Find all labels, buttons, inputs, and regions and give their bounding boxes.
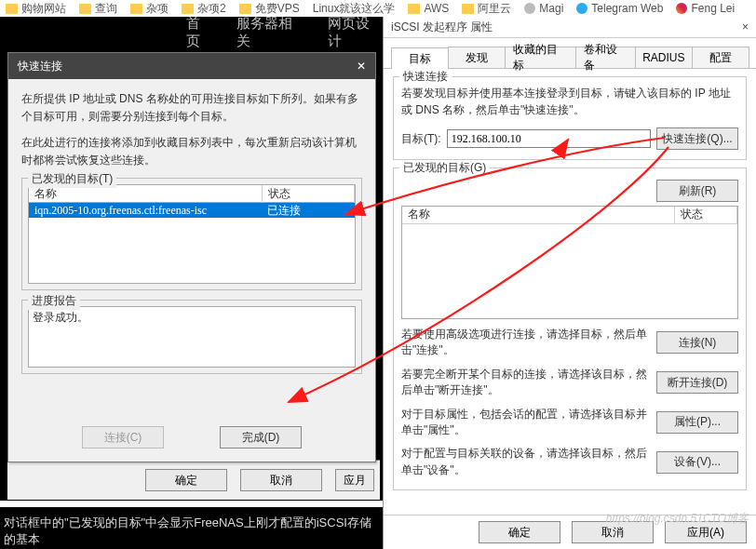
help-text: 对于配置与目标关联的设备，请选择该目标，然后单击"设备"。: [401, 446, 647, 478]
cell-name: iqn.2005-10.org.freenas.ctl:freenas-isc: [29, 203, 262, 219]
col-status[interactable]: 状态: [675, 207, 737, 223]
help-text: 在所提供 IP 地址或 DNS 名称处的可用连接目标如下所列。如果有多个目标可用…: [21, 90, 362, 125]
bookmark-item[interactable]: Linux就该这么学: [313, 1, 396, 17]
table-row[interactable]: iqn.2005-10.org.freenas.ctl:freenas-isc …: [29, 203, 355, 218]
devices-button[interactable]: 设备(V)...: [656, 451, 738, 474]
help-text: 对于目标属性，包括会话的配置，请选择该目标并单击"属性"。: [401, 407, 647, 439]
window-title: iSCSI 发起程序 属性: [391, 20, 493, 35]
iscsi-properties-window: iSCSI 发起程序 属性 × 目标 发现 收藏的目标 卷和设备 RADIUS …: [383, 17, 756, 549]
nav-item[interactable]: 网页设计: [328, 15, 384, 50]
targets-table[interactable]: 名称 状态: [401, 206, 738, 319]
ok-button[interactable]: 确定: [479, 521, 560, 543]
group-legend: 已发现的目标(T): [28, 170, 116, 188]
help-text: 若要完全断开某个目标的连接，请选择该目标，然后单击"断开连接"。: [401, 367, 647, 399]
folder-icon: [182, 4, 194, 14]
help-text: 在此处进行的连接将添加到收藏目标列表中，每次重新启动该计算机时都将尝试恢复这些连…: [21, 134, 362, 168]
table-header: 名称 状态: [402, 207, 737, 224]
discovered-targets-group: 已发现的目标(T) 名称 状态 iqn.2005-10.org.freenas.…: [21, 178, 362, 290]
watermark: https://blog.csdn.51CTO博客: [606, 511, 749, 527]
target-input[interactable]: [447, 129, 651, 148]
folder-icon: [6, 4, 18, 14]
tab-config[interactable]: 配置: [692, 47, 749, 68]
progress-text: 登录成功。: [28, 306, 356, 368]
bookmark-item[interactable]: 购物网站: [6, 1, 66, 17]
bookmark-item[interactable]: AWS: [408, 2, 449, 15]
cancel-button[interactable]: 取消: [240, 469, 322, 491]
connect-button: 连接(C): [82, 426, 164, 449]
dialog-titlebar: 快速连接 ✕: [8, 53, 375, 79]
apply-button[interactable]: 应月: [335, 469, 374, 491]
bookmark-label: 购物网站: [21, 1, 66, 17]
bookmark-item[interactable]: Telegram Web: [576, 2, 663, 15]
bookmark-item[interactable]: 杂项2: [182, 1, 226, 17]
bookmark-label: Linux就该这么学: [313, 1, 396, 17]
site-nav: 首页 服务器相关 网页设计: [0, 17, 384, 48]
bookmark-label: Telegram Web: [591, 2, 663, 15]
close-icon[interactable]: ×: [742, 20, 749, 33]
bookmark-item[interactable]: Feng Lei: [676, 2, 735, 15]
bookmark-label: 查询: [95, 1, 117, 17]
bookmark-label: Feng Lei: [691, 2, 735, 15]
tab-discovery[interactable]: 发现: [448, 47, 506, 68]
col-name[interactable]: 名称: [402, 207, 675, 223]
site-icon: [524, 3, 535, 14]
folder-icon: [130, 4, 142, 14]
bookmark-label: Magi: [539, 2, 563, 15]
bookmark-item[interactable]: 杂项: [130, 1, 169, 17]
bookmark-item[interactable]: 免费VPS: [239, 1, 300, 17]
col-status[interactable]: 状态: [263, 185, 355, 203]
disconnect-button[interactable]: 断开连接(D): [656, 371, 738, 394]
tab-favorites[interactable]: 收藏的目标: [505, 47, 576, 68]
bookmark-item[interactable]: Magi: [524, 2, 563, 15]
tab-targets[interactable]: 目标: [391, 47, 449, 69]
bookmark-item[interactable]: 查询: [79, 1, 117, 17]
tab-radius[interactable]: RADIUS: [635, 47, 693, 68]
site-icon: [676, 3, 687, 14]
refresh-button[interactable]: 刷新(R): [656, 180, 738, 202]
help-text: 若要发现目标并使用基本连接登录到目标，请键入该目标的 IP 地址或 DNS 名称…: [401, 85, 738, 118]
bookmark-item[interactable]: 阿里云: [462, 1, 511, 17]
properties-button[interactable]: 属性(P)...: [656, 411, 738, 434]
nav-item[interactable]: 首页: [186, 15, 214, 50]
quick-connect-group: 快速连接 若要发现目标并使用基本连接登录到目标，请键入该目标的 IP 地址或 D…: [393, 76, 747, 160]
discovered-targets-group: 已发现的目标(G) 刷新(R) 名称 状态 若要使用高级选项进行连接，请选择目标…: [393, 167, 747, 490]
tab-volumes[interactable]: 卷和设备: [575, 47, 636, 68]
dialog-title: 快速连接: [18, 59, 62, 74]
folder-icon: [462, 4, 474, 14]
tab-strip: 目标 发现 收藏的目标 卷和设备 RADIUS 配置: [384, 38, 756, 69]
group-legend: 已发现的目标(G): [399, 160, 490, 176]
nav-item[interactable]: 服务器相关: [236, 15, 306, 50]
outer-dialog-buttons: 确定 取消 应月: [7, 460, 380, 500]
bookmark-label: 阿里云: [478, 1, 511, 17]
bookmark-label: 杂项2: [197, 1, 226, 17]
connect-button[interactable]: 连接(N): [656, 331, 738, 354]
group-legend: 快速连接: [399, 69, 452, 85]
site-icon: [576, 3, 587, 14]
bookmark-label: 免费VPS: [255, 1, 300, 17]
quick-connect-button[interactable]: 快速连接(Q)...: [656, 127, 738, 150]
bookmark-label: AWS: [424, 2, 449, 15]
folder-icon: [239, 4, 251, 14]
target-label: 目标(T):: [401, 131, 441, 147]
bookmark-label: 杂项: [146, 1, 169, 17]
help-text: 若要使用高级选项进行连接，请选择目标，然后单击"连接"。: [401, 327, 647, 359]
article-caption: 对话框中的"已发现的目标"中会显示FreeNAS上刚才配置的iSCSI存储的基本: [0, 507, 384, 549]
quick-connect-dialog: 快速连接 ✕ 在所提供 IP 地址或 DNS 名称处的可用连接目标如下所列。如果…: [7, 52, 376, 462]
ok-button[interactable]: 确定: [145, 469, 227, 491]
cell-status: 已连接: [262, 203, 306, 219]
window-titlebar: iSCSI 发起程序 属性 ×: [384, 17, 756, 38]
folder-icon: [79, 4, 91, 14]
table-body[interactable]: iqn.2005-10.org.freenas.ctl:freenas-isc …: [28, 203, 356, 284]
close-icon[interactable]: ✕: [357, 60, 366, 73]
folder-icon: [408, 4, 420, 14]
done-button[interactable]: 完成(D): [220, 426, 302, 449]
group-legend: 进度报告: [28, 292, 80, 310]
progress-group: 进度报告 登录成功。: [21, 300, 362, 374]
